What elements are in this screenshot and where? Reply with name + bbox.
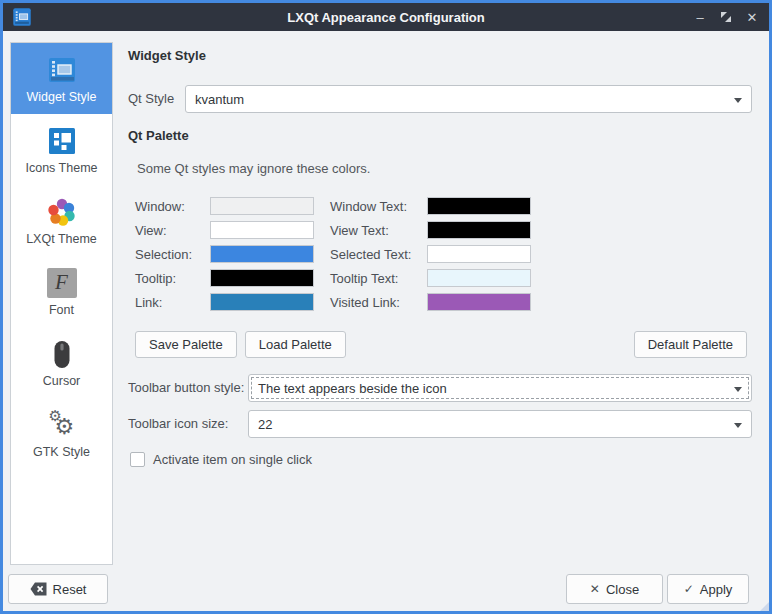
palette-label-window-text: Window Text: — [330, 199, 427, 214]
window-color-swatch[interactable] — [210, 197, 314, 215]
toolbar-button-style-combobox[interactable]: The text appears beside the icon — [248, 374, 752, 402]
window-title: LXQt Appearance Configuration — [3, 10, 769, 25]
reset-button[interactable]: Reset — [8, 574, 108, 604]
qt-style-value: kvantum — [195, 92, 244, 107]
window-text-color-swatch[interactable] — [427, 197, 531, 215]
sidebar-item-label: Widget Style — [26, 90, 96, 104]
sidebar-item-label: LXQt Theme — [26, 232, 97, 246]
palette-label-view: View: — [135, 223, 210, 238]
lxqt-appearance-window: LXQt Appearance Configuration – ✕ — [0, 0, 772, 614]
tooltip-color-swatch[interactable] — [210, 269, 314, 287]
sidebar-item-label: Icons Theme — [25, 161, 97, 175]
widget-style-icon — [46, 54, 78, 86]
toolbar-button-style-label: Toolbar button style: — [128, 374, 244, 402]
sidebar-item-label: Cursor — [43, 374, 81, 388]
palette-label-view-text: View Text: — [330, 223, 427, 238]
palette-label-selection: Selection: — [135, 247, 210, 262]
font-icon: F — [46, 267, 78, 299]
palette-grid: Window: Window Text: View: View Text: Se… — [135, 194, 531, 314]
default-palette-button[interactable]: Default Palette — [634, 331, 747, 358]
palette-label-tooltip: Tooltip: — [135, 271, 210, 286]
single-click-row: Activate item on single click — [130, 452, 312, 467]
qt-style-combobox[interactable]: kvantum — [185, 85, 752, 113]
minimize-button[interactable]: – — [692, 9, 708, 25]
app-icon — [12, 7, 32, 27]
load-palette-button[interactable]: Load Palette — [245, 331, 346, 358]
checkmark-icon: ✓ — [684, 582, 694, 596]
palette-label-window: Window: — [135, 199, 210, 214]
palette-label-visited-link: Visited Link: — [330, 295, 427, 310]
close-button-label: Close — [606, 582, 639, 597]
reset-icon — [30, 582, 47, 596]
qt-palette-heading: Qt Palette — [128, 128, 189, 143]
sidebar-category-list: Widget Style Icons Theme — [10, 42, 113, 565]
toolbar-icon-size-label: Toolbar icon size: — [128, 410, 228, 438]
sidebar-item-gtk-style[interactable]: ⚙ ⚙ GTK Style — [11, 398, 112, 469]
toolbar-icon-size-combobox[interactable]: 22 — [248, 410, 752, 438]
sidebar-item-widget-style[interactable]: Widget Style — [11, 43, 112, 114]
view-text-color-swatch[interactable] — [427, 221, 531, 239]
palette-label-link: Link: — [135, 295, 210, 310]
apply-button[interactable]: ✓ Apply — [667, 574, 749, 604]
close-window-button[interactable]: ✕ — [744, 9, 760, 25]
reset-button-label: Reset — [53, 582, 87, 597]
view-color-swatch[interactable] — [210, 221, 314, 239]
qt-style-label: Qt Style — [128, 85, 174, 113]
visited-link-color-swatch[interactable] — [427, 293, 531, 311]
close-x-icon: ✕ — [590, 582, 600, 596]
window-controls: – ✕ — [692, 9, 760, 25]
sidebar-item-icons-theme[interactable]: Icons Theme — [11, 114, 112, 185]
sidebar-item-cursor[interactable]: Cursor — [11, 327, 112, 398]
widget-style-heading: Widget Style — [128, 48, 206, 63]
sidebar-item-lxqt-theme[interactable]: LXQt Theme — [11, 185, 112, 256]
close-button[interactable]: ✕ Close — [566, 574, 663, 604]
chevron-down-icon — [734, 98, 742, 103]
sidebar-item-label: GTK Style — [33, 445, 90, 459]
toolbar-icon-size-value: 22 — [258, 417, 272, 432]
palette-actions: Save Palette Load Palette Default Palett… — [135, 331, 747, 358]
resize-grip[interactable] — [760, 602, 769, 611]
palette-label-selected-text: Selected Text: — [330, 247, 427, 262]
gtk-style-icon: ⚙ ⚙ — [46, 409, 78, 441]
save-palette-button[interactable]: Save Palette — [135, 331, 237, 358]
lxqt-theme-icon — [46, 196, 78, 228]
tooltip-text-color-swatch[interactable] — [427, 269, 531, 287]
palette-label-tooltip-text: Tooltip Text: — [330, 271, 427, 286]
sidebar-item-font[interactable]: F Font — [11, 256, 112, 327]
sidebar-item-label: Font — [49, 303, 74, 317]
icons-theme-icon — [46, 125, 78, 157]
single-click-checkbox[interactable] — [130, 452, 145, 467]
titlebar: LXQt Appearance Configuration – ✕ — [3, 3, 769, 31]
selection-color-swatch[interactable] — [210, 245, 314, 263]
single-click-label: Activate item on single click — [153, 452, 312, 467]
restore-button[interactable] — [718, 9, 734, 25]
chevron-down-icon — [734, 387, 742, 392]
cursor-icon — [46, 338, 78, 370]
link-color-swatch[interactable] — [210, 293, 314, 311]
restore-icon — [720, 11, 732, 23]
chevron-down-icon — [734, 423, 742, 428]
palette-note: Some Qt styles may ignore these colors. — [137, 161, 370, 176]
toolbar-button-style-value: The text appears beside the icon — [258, 381, 447, 396]
selected-text-color-swatch[interactable] — [427, 245, 531, 263]
apply-button-label: Apply — [700, 582, 733, 597]
